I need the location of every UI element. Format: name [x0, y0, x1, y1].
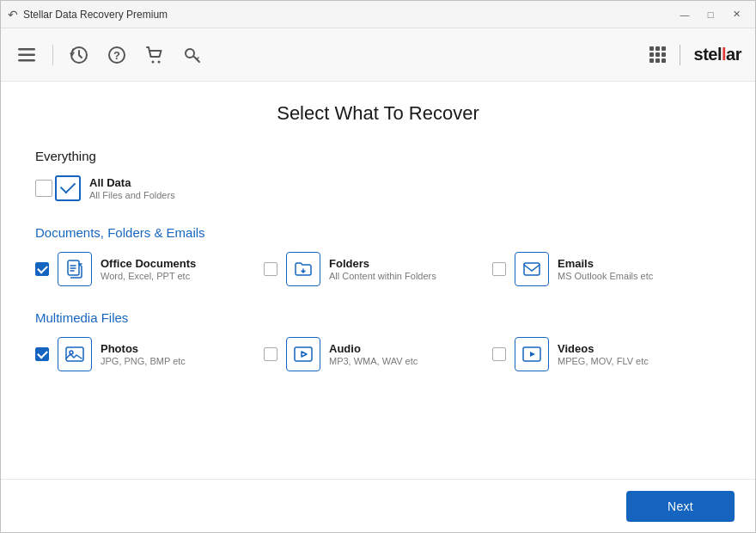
folders-text: Folders All Content within Folders [329, 257, 436, 281]
audio-checkbox[interactable] [264, 347, 277, 361]
svg-rect-2 [18, 59, 35, 62]
toolbar-left: ? [15, 43, 204, 67]
stellar-logo: stellar [694, 45, 741, 64]
svg-point-6 [152, 60, 155, 63]
titlebar: ↶ Stellar Data Recovery Premium — □ ✕ [1, 1, 755, 28]
audio-icon [286, 337, 320, 371]
emails-checkbox[interactable] [492, 262, 506, 276]
section-documents: Documents, Folders & Emails [35, 225, 721, 286]
key-icon[interactable] [180, 43, 204, 67]
item-videos: Videos MPEG, MOV, FLV etc [492, 337, 721, 371]
cart-icon[interactable] [143, 43, 167, 67]
emails-desc: MS Outlook Emails etc [558, 271, 653, 281]
titlebar-controls: — □ ✕ [673, 6, 748, 23]
app-window: ↶ Stellar Data Recovery Premium — □ ✕ [0, 0, 756, 533]
section-label-documents: Documents, Folders & Emails [35, 225, 721, 240]
svg-text:?: ? [113, 49, 120, 62]
all-data-inner-checkbox[interactable] [55, 175, 81, 201]
svg-rect-14 [66, 347, 83, 361]
office-documents-checkbox[interactable] [35, 262, 49, 276]
office-documents-text: Office Documents Word, Excel, PPT etc [101, 257, 196, 281]
app-back-icon: ↶ [8, 8, 18, 21]
section-label-everything: Everything [35, 149, 721, 163]
toolbar-separator-1 [52, 45, 53, 65]
svg-rect-0 [18, 48, 35, 51]
minimize-button[interactable]: — [673, 6, 697, 23]
folders-checkbox[interactable] [264, 262, 277, 276]
footer: Next [1, 479, 755, 532]
items-row-everything: All Data All Files and Folders [35, 175, 721, 201]
audio-name: Audio [329, 342, 418, 355]
photos-icon [58, 337, 92, 371]
all-data-desc: All Files and Folders [89, 190, 175, 200]
titlebar-title: Stellar Data Recovery Premium [23, 9, 168, 21]
all-data-text: All Data All Files and Folders [89, 176, 175, 200]
toolbar: ? [1, 28, 755, 82]
folders-icon [286, 252, 320, 286]
svg-rect-1 [18, 53, 35, 56]
item-photos: Photos JPG, PNG, BMP etc [35, 337, 264, 371]
section-label-multimedia: Multimedia Files [35, 310, 721, 325]
svg-point-7 [158, 60, 161, 63]
item-all-data: All Data All Files and Folders [35, 175, 276, 201]
items-row-multimedia: Photos JPG, PNG, BMP etc Audio [35, 337, 721, 371]
videos-desc: MPEG, MOV, FLV etc [558, 356, 649, 366]
emails-name: Emails [558, 257, 653, 270]
audio-desc: MP3, WMA, WAV etc [329, 356, 418, 366]
logo-highlight: l [722, 45, 726, 64]
audio-text: Audio MP3, WMA, WAV etc [329, 342, 418, 366]
maximize-button[interactable]: □ [698, 6, 722, 23]
all-data-checkbox-wrapper [35, 175, 81, 201]
help-icon[interactable]: ? [105, 43, 129, 67]
all-data-name: All Data [89, 176, 175, 189]
section-multimedia: Multimedia Files Photos JPG, PNG, B [35, 310, 721, 371]
svg-rect-13 [524, 263, 540, 275]
item-emails: Emails MS Outlook Emails etc [492, 252, 721, 286]
folders-name: Folders [329, 257, 436, 270]
all-data-checkmark [60, 178, 76, 193]
grid-apps-icon[interactable] [649, 46, 666, 63]
logo-separator [680, 45, 680, 65]
item-office-documents: Office Documents Word, Excel, PPT etc [35, 252, 264, 286]
items-row-documents: Office Documents Word, Excel, PPT etc [35, 252, 721, 286]
office-documents-name: Office Documents [101, 257, 196, 270]
item-audio: Audio MP3, WMA, WAV etc [264, 337, 492, 371]
folders-desc: All Content within Folders [329, 271, 436, 281]
titlebar-left: ↶ Stellar Data Recovery Premium [8, 8, 168, 21]
photos-name: Photos [101, 342, 186, 355]
next-button[interactable]: Next [626, 491, 735, 522]
photos-checkbox[interactable] [35, 347, 49, 361]
office-documents-icon [58, 252, 92, 286]
toolbar-right: stellar [649, 45, 741, 65]
close-button[interactable]: ✕ [724, 6, 748, 23]
photos-desc: JPG, PNG, BMP etc [101, 356, 186, 366]
photos-text: Photos JPG, PNG, BMP etc [101, 342, 186, 366]
emails-text: Emails MS Outlook Emails etc [558, 257, 653, 281]
all-data-outer-checkbox[interactable] [35, 180, 52, 197]
main-content: Select What To Recover Everything All Da… [1, 82, 755, 479]
history-icon[interactable] [67, 43, 91, 67]
svg-rect-16 [295, 347, 312, 361]
videos-name: Videos [558, 342, 649, 355]
item-folders: Folders All Content within Folders [264, 252, 492, 286]
section-everything: Everything All Data All Files and Folder… [35, 149, 721, 201]
videos-checkbox[interactable] [492, 347, 506, 361]
videos-icon [515, 337, 549, 371]
hamburger-icon[interactable] [15, 43, 39, 67]
svg-point-8 [186, 49, 194, 58]
videos-text: Videos MPEG, MOV, FLV etc [558, 342, 649, 366]
page-title: Select What To Recover [35, 102, 721, 125]
office-documents-desc: Word, Excel, PPT etc [101, 271, 196, 281]
emails-icon [515, 252, 549, 286]
